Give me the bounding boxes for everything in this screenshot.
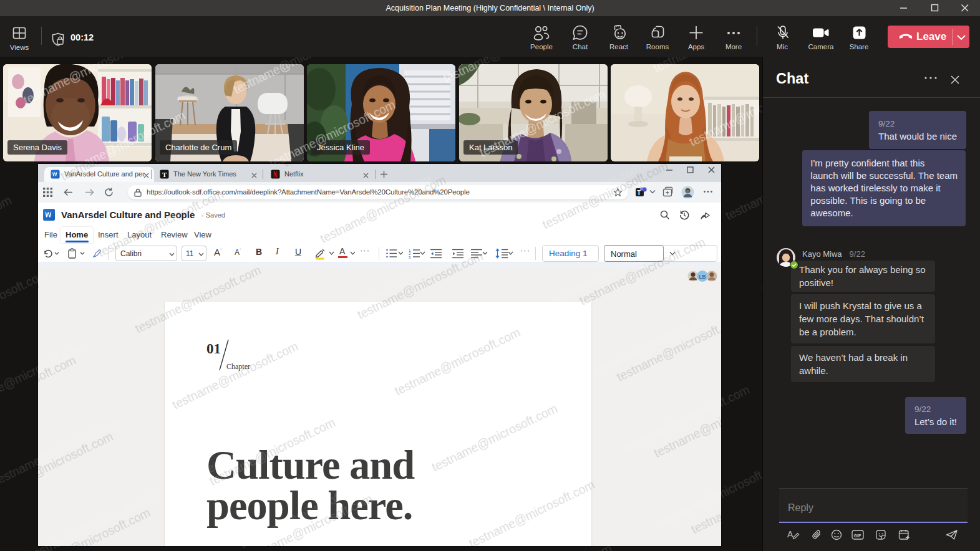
svg-text:A: A	[787, 529, 793, 539]
svg-text:T: T	[162, 171, 167, 178]
svg-text:LB: LB	[699, 274, 706, 280]
svg-text:T: T	[637, 189, 641, 196]
svg-text:3: 3	[409, 256, 411, 259]
svg-text:GIF: GIF	[854, 534, 861, 538]
